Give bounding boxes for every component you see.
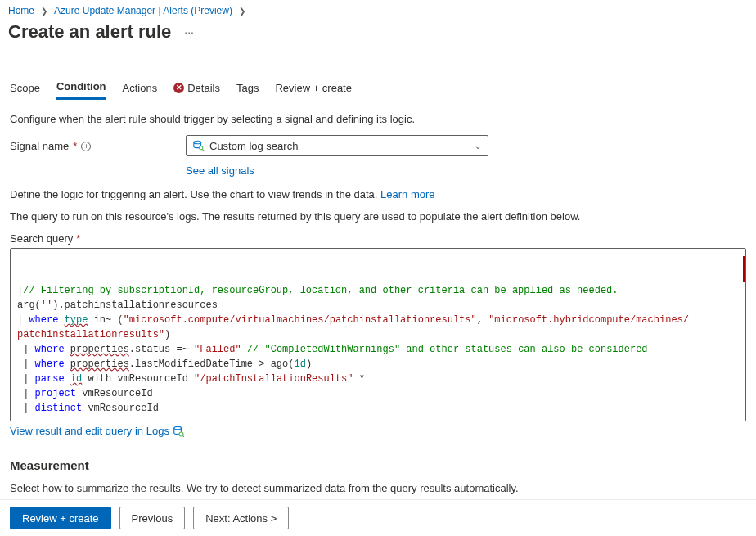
- review-create-button[interactable]: Review + create: [10, 507, 111, 529]
- tab-tags[interactable]: Tags: [236, 77, 259, 100]
- svg-point-0: [194, 141, 201, 144]
- search-query-editor[interactable]: |// Filtering by subscriptionId, resourc…: [10, 248, 746, 421]
- logs-icon: [173, 426, 184, 437]
- signal-name-value: Custom log search: [209, 140, 298, 152]
- search-query-label: Search query: [10, 232, 73, 245]
- tab-scope[interactable]: Scope: [10, 77, 40, 100]
- measurement-heading: Measurement: [10, 458, 746, 472]
- error-icon: ✕: [173, 83, 184, 93]
- svg-point-1: [199, 146, 202, 149]
- more-actions-button[interactable]: ···: [179, 25, 199, 38]
- signal-name-select[interactable]: Custom log search ⌄: [186, 135, 488, 156]
- svg-line-2: [202, 149, 204, 151]
- intro-text: Configure when the alert rule should tri…: [10, 113, 746, 125]
- learn-more-link[interactable]: Learn more: [380, 188, 434, 200]
- tabs-container: Scope Condition Actions ✕ Details Tags R…: [10, 77, 746, 100]
- breadcrumb-home[interactable]: Home: [8, 5, 34, 16]
- breadcrumb-parent[interactable]: Azure Update Manager | Alerts (Preview): [54, 5, 232, 16]
- info-icon[interactable]: i: [81, 142, 91, 151]
- tab-review-create[interactable]: Review + create: [275, 77, 352, 100]
- tab-details-label: Details: [187, 82, 220, 94]
- chevron-right-icon: ❯: [239, 7, 245, 16]
- page-title: Create an alert rule: [8, 21, 171, 43]
- svg-point-4: [179, 432, 183, 436]
- log-search-icon: [193, 140, 205, 151]
- svg-point-3: [174, 426, 182, 430]
- see-all-signals-link[interactable]: See all signals: [186, 164, 254, 177]
- chevron-down-icon: ⌄: [475, 142, 481, 151]
- view-result-logs-link[interactable]: View result and edit query in Logs: [10, 425, 169, 437]
- query-description: The query to run on this resource's logs…: [10, 210, 746, 223]
- next-actions-button[interactable]: Next: Actions >: [193, 507, 289, 529]
- svg-line-5: [182, 435, 184, 437]
- tab-actions[interactable]: Actions: [123, 77, 158, 100]
- logic-text: Define the logic for triggering an alert…: [10, 188, 746, 200]
- tab-condition[interactable]: Condition: [56, 77, 106, 100]
- chevron-right-icon: ❯: [41, 7, 47, 16]
- tab-details[interactable]: ✕ Details: [173, 77, 220, 100]
- measurement-desc: Select how to summarize the results. We …: [10, 482, 746, 494]
- signal-name-label: Signal name* i: [10, 135, 186, 152]
- bottom-action-bar: Review + create Previous Next: Actions >: [0, 499, 756, 536]
- breadcrumb: Home ❯ Azure Update Manager | Alerts (Pr…: [0, 0, 756, 20]
- error-marker-icon: [743, 256, 746, 282]
- previous-button[interactable]: Previous: [119, 507, 186, 529]
